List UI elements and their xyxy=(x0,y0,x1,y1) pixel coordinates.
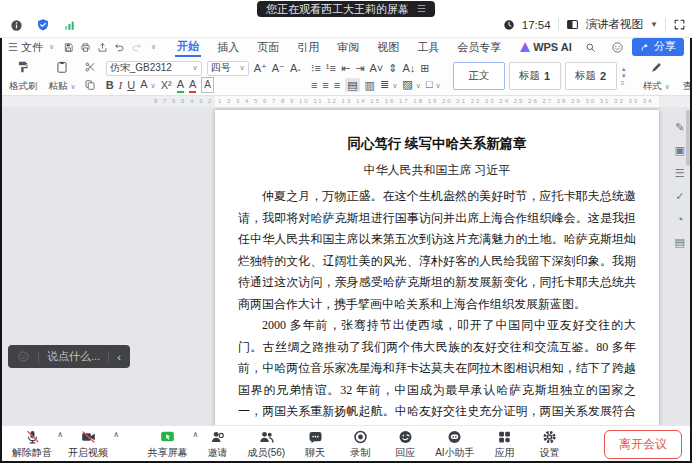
horizontal-ruler[interactable]: 8 7 6 5 4 3 2 1 1 2 3 4 5 6 7 8 9 10 11 … xyxy=(2,96,690,107)
save-icon[interactable] xyxy=(63,42,74,53)
invite-button[interactable]: 邀请 xyxy=(202,429,232,460)
proofread-check-icon[interactable]: ✓ xyxy=(675,191,684,202)
file-menu[interactable]: ☰ 文件 ∨ xyxy=(8,40,54,55)
quickbar-more-icon[interactable]: ∨ xyxy=(151,43,156,51)
tab-page[interactable]: 页面 xyxy=(255,39,281,56)
meeting-info-icon[interactable] xyxy=(10,19,23,32)
document-canvas[interactable]: 同心笃行 续写中哈关系新篇章 中华人民共和国主席 习近平 仲夏之月，万物正盛。在… xyxy=(2,108,690,425)
font-size-select[interactable]: 四号∨ xyxy=(207,61,249,76)
tab-insert[interactable]: 插入 xyxy=(215,39,241,56)
italic-button[interactable]: I xyxy=(119,78,123,92)
format-painter-icon xyxy=(16,60,30,74)
redo-icon[interactable] xyxy=(131,42,142,53)
style-heading2[interactable]: 标题2 xyxy=(565,62,617,90)
tab-member-exclusive[interactable]: 会员专享 xyxy=(455,39,503,56)
undo-icon[interactable] xyxy=(114,42,125,53)
character-scale-icon[interactable]: A˅ xyxy=(369,61,383,75)
text-effects-icon[interactable]: A˖ xyxy=(290,61,301,75)
style-heading1[interactable]: 标题1 xyxy=(509,62,561,90)
align-left-icon[interactable]: ≡ xyxy=(311,78,317,92)
numbered-list-icon[interactable]: ¹≡ xyxy=(326,61,336,75)
page-frame-icon[interactable]: ▤ xyxy=(675,237,685,248)
quick-chat-pill[interactable]: 说点什么... ‹ xyxy=(8,345,130,368)
shading-icon[interactable]: ▨∨ xyxy=(402,77,421,93)
view-mode-selector[interactable]: 演讲者视图 xyxy=(586,17,644,32)
decrease-indent-icon[interactable]: ⇤ xyxy=(341,61,350,75)
network-signal-icon[interactable] xyxy=(63,19,76,32)
superscript-icon[interactable]: X² xyxy=(161,78,172,92)
fullscreen-icon[interactable] xyxy=(673,18,686,31)
members-button[interactable]: 成员(56) xyxy=(247,429,285,460)
style-normal[interactable]: 正文 xyxy=(453,62,505,90)
gear-icon xyxy=(541,429,558,445)
increase-font-icon[interactable]: A⁺ xyxy=(254,61,267,75)
style-h1-number: 1 xyxy=(544,70,550,82)
font-name-select[interactable]: 仿宋_GB2312∨ xyxy=(106,61,202,76)
format-painter-button[interactable]: 格式刷 xyxy=(6,58,41,94)
cut-icon[interactable] xyxy=(84,61,96,73)
bullet-list-icon[interactable]: ⁝≡ xyxy=(311,61,321,75)
paste-button[interactable]: 粘贴∨ xyxy=(46,58,79,94)
record-button[interactable]: 录制 xyxy=(345,429,375,460)
comment-icon[interactable]: ▣ xyxy=(675,145,685,156)
mic-options-chevron-icon[interactable]: ∧ xyxy=(57,430,63,439)
table-border-icon[interactable]: ⊞ xyxy=(420,61,429,75)
feedback-smiley-icon[interactable] xyxy=(611,41,624,54)
tab-review[interactable]: 审阅 xyxy=(335,39,361,56)
bold-button[interactable]: B xyxy=(106,78,114,92)
settings-button[interactable]: 设置 xyxy=(535,429,565,460)
ribbon-search-icon[interactable] xyxy=(585,42,596,53)
document-share-button[interactable]: 分享 xyxy=(632,38,684,56)
font-color-icon[interactable]: A xyxy=(189,77,196,93)
line-spacing-icon[interactable]: ⇕ xyxy=(388,61,397,75)
chat-input-placeholder[interactable]: 说点什么... xyxy=(47,349,100,364)
style-gallery-scroll[interactable]: ▲▼≡ xyxy=(621,66,627,87)
share-screen-label: 共享屏幕 xyxy=(147,446,187,460)
ai-assistant-button[interactable]: AI小助手 xyxy=(435,429,474,460)
collapse-chevron-icon[interactable]: ‹ xyxy=(117,351,121,363)
emoji-smiley-icon[interactable] xyxy=(17,350,30,363)
security-shield-icon[interactable] xyxy=(36,18,50,32)
decrease-font-icon[interactable]: A⁻ xyxy=(272,61,285,75)
increase-indent-icon[interactable]: ⇥ xyxy=(355,61,364,75)
banner-menu-icon[interactable]: ☰ xyxy=(417,1,426,17)
underline-button[interactable]: U xyxy=(127,78,135,92)
chat-button[interactable]: 聊天 xyxy=(300,429,330,460)
start-video-button[interactable]: 开启视频 ∧ xyxy=(68,429,108,460)
align-right-icon[interactable]: ≡ xyxy=(334,78,340,92)
document-page[interactable]: 同心笃行 续写中哈关系新篇章 中华人民共和国主席 习近平 仲夏之月，万物正盛。在… xyxy=(215,110,659,425)
export-icon[interactable] xyxy=(97,42,108,53)
paragraph-layout-icon[interactable]: ≣∨ xyxy=(380,77,397,93)
phonetic-guide-icon[interactable]: A∨ xyxy=(140,77,155,93)
copy-icon[interactable] xyxy=(84,79,96,91)
outside-border-icon[interactable]: □∨ xyxy=(426,77,441,93)
tab-home[interactable]: 开始 xyxy=(175,38,201,57)
edit-pen-icon[interactable]: ✎ xyxy=(675,122,684,133)
find-replace-button[interactable]: 查找替换∨ xyxy=(679,58,690,94)
video-options-chevron-icon[interactable]: ∧ xyxy=(113,430,119,439)
tab-references[interactable]: 引用 xyxy=(295,39,321,56)
styles-tool-button[interactable]: 样式∨ xyxy=(639,58,674,94)
tab-view[interactable]: 视图 xyxy=(375,39,401,56)
share-screen-button[interactable]: 共享屏幕 ∧ xyxy=(147,429,187,460)
highlight-color-icon[interactable]: A xyxy=(177,77,184,93)
justify-icon[interactable]: ▤ xyxy=(345,78,359,92)
leave-meeting-button[interactable]: 离开会议 xyxy=(604,430,682,459)
tab-tools[interactable]: 工具 xyxy=(415,39,441,56)
align-center-icon[interactable]: ≡ xyxy=(322,78,328,92)
chat-label: 聊天 xyxy=(305,446,325,460)
print-icon[interactable] xyxy=(80,42,91,53)
style-normal-label: 正文 xyxy=(468,69,489,83)
apps-button[interactable]: 应用 xyxy=(490,429,520,460)
view-mode-caret-icon[interactable]: ▼ xyxy=(650,20,658,29)
share-options-chevron-icon[interactable]: ∧ xyxy=(193,430,199,439)
history-clock-icon[interactable]: ◔ xyxy=(676,214,683,225)
character-border-icon[interactable]: A xyxy=(201,77,214,93)
document-paragraph: 2000 多年前，张骞持节出使西域，叩开了中国同中亚友好交往的大门。古丝绸之路推… xyxy=(238,315,636,425)
outline-icon[interactable]: ☰ xyxy=(675,168,685,179)
distribute-icon[interactable]: ▥ xyxy=(365,78,375,92)
wps-ai-entry[interactable]: WPS AI xyxy=(520,41,572,53)
reactions-button[interactable]: 回应 xyxy=(390,429,420,460)
unmute-button[interactable]: 解除静音 ∧ xyxy=(12,429,52,460)
sort-icon[interactable]: A↓ xyxy=(402,61,415,75)
